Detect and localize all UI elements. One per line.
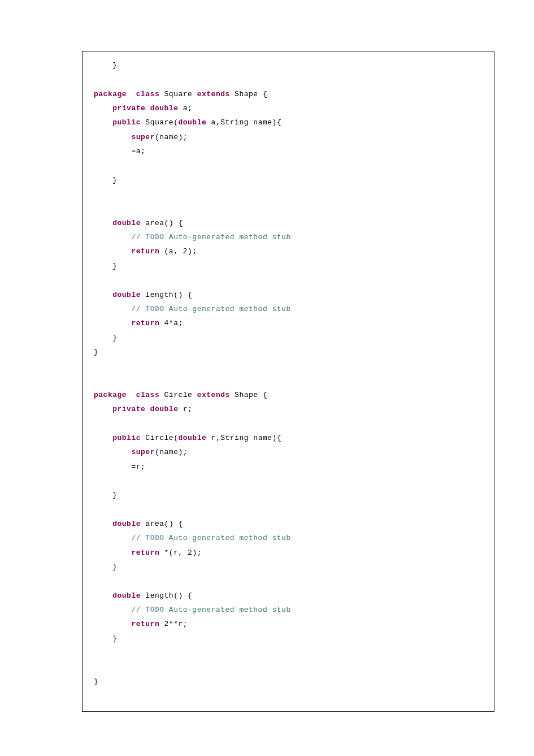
code-container: } package class Square extends Shape { p…	[82, 51, 494, 712]
document-page: } package class Square extends Shape { p…	[0, 0, 534, 756]
code-block: } package class Square extends Shape { p…	[94, 58, 483, 689]
